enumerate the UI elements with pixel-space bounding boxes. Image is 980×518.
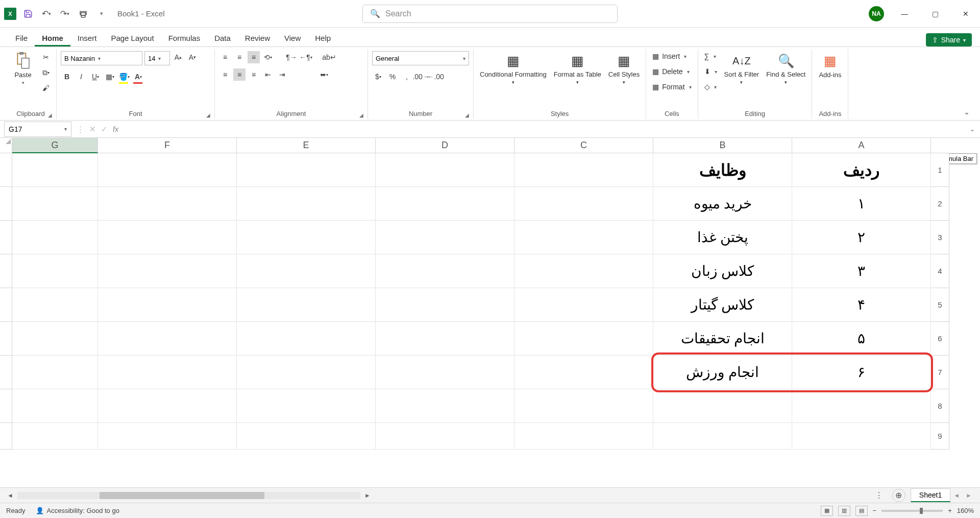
cell-A1[interactable]: ردیف [792,153,931,187]
row-header-8[interactable]: 8 [931,389,949,423]
cell-G5[interactable] [12,288,98,322]
cell-E5[interactable] [237,288,376,322]
share-button[interactable]: ⇪ Share ▾ [926,33,972,46]
tab-insert[interactable]: Insert [70,30,104,46]
comma-icon[interactable]: , [401,70,413,83]
cell-E2[interactable] [237,187,376,221]
redo-icon[interactable]: ↷▾ [59,8,70,19]
cell-A6[interactable]: ۵ [792,322,931,356]
cell-G2[interactable] [12,187,98,221]
column-header-E[interactable]: E [237,138,376,153]
autosum-button[interactable]: ∑▾ [702,51,719,61]
cell-A2[interactable]: ۱ [792,187,931,221]
tab-page-layout[interactable]: Page Layout [104,30,161,46]
cell-C7[interactable] [514,356,653,389]
fill-button[interactable]: ⬇▾ [702,66,719,77]
cell-F4[interactable] [98,254,237,288]
tab-file[interactable]: File [8,30,35,46]
row-header-4[interactable]: 4 [931,254,949,288]
cell-D9[interactable] [376,423,514,450]
delete-cells-button[interactable]: ▦Delete▾ [650,66,693,77]
border-button[interactable]: ▦▾ [104,70,116,83]
cell-B5[interactable]: کلاس گیتار [653,288,792,322]
decrease-decimal-icon[interactable]: ←.00 [429,70,442,83]
clear-button[interactable]: ◇▾ [702,82,719,92]
cell-C2[interactable] [514,187,653,221]
tab-formulas[interactable]: Formulas [161,30,208,46]
merge-center-icon[interactable]: ⬌▾ [318,68,330,81]
cell-D5[interactable] [376,288,514,322]
sheet-nav-next-icon[interactable]: ► [963,492,975,499]
format-as-table-button[interactable]: ▦ Format as Table▾ [552,51,603,86]
cell-G7[interactable] [12,356,98,389]
format-painter-icon[interactable]: 🖌 [40,82,52,94]
rtl-text-icon[interactable]: ¶→ [285,51,298,63]
italic-button[interactable]: I [75,70,87,83]
maximize-icon[interactable]: ▢ [925,6,945,21]
accessibility-status[interactable]: 👤 Accessibility: Good to go [36,507,119,514]
print-icon[interactable] [78,8,89,19]
cell-D2[interactable] [376,187,514,221]
cell-A7[interactable]: ۶ [792,356,931,389]
cell-B8[interactable] [653,389,792,423]
column-header-D[interactable]: D [376,138,514,153]
number-format-combo[interactable]: General▾ [372,51,469,65]
scroll-right-icon[interactable]: ► [362,492,373,499]
cell-G3[interactable] [12,221,98,254]
cell-F9[interactable] [98,423,237,450]
cell-B6[interactable]: انجام تحقیقات [653,322,792,356]
row-header-2[interactable]: 2 [931,187,949,221]
cell-E6[interactable] [237,322,376,356]
cell-F1[interactable] [98,153,237,187]
zoom-slider[interactable] [881,510,943,512]
sort-filter-button[interactable]: A↓Z Sort & Filter▾ [722,51,762,86]
column-header-B[interactable]: B [653,138,792,153]
cell-D8[interactable] [376,389,514,423]
normal-view-icon[interactable]: ▦ [821,506,833,516]
increase-decimal-icon[interactable]: .00→ [415,70,427,83]
close-icon[interactable]: ✕ [955,6,976,21]
cell-B3[interactable]: پختن غذا [653,221,792,254]
paste-button[interactable]: Paste ▾ [9,51,37,86]
fx-icon[interactable]: fx [113,125,118,133]
cell-B7[interactable]: انجام ورزش [653,356,792,389]
cell-F7[interactable] [98,356,237,389]
save-icon[interactable] [22,8,34,19]
cut-icon[interactable]: ✂ [40,51,52,63]
tab-help[interactable]: Help [308,30,338,46]
cell-F5[interactable] [98,288,237,322]
cell-A8[interactable] [792,389,931,423]
cell-B1[interactable]: وظایف [653,153,792,187]
cell-G1[interactable] [12,153,98,187]
column-header-G[interactable]: G [12,138,98,153]
wrap-text-icon[interactable]: ab↵ [323,51,335,63]
sheet-nav-prev-icon[interactable]: ◄ [950,492,963,499]
cell-B2[interactable]: خرید میوه [653,187,792,221]
new-sheet-button[interactable]: ⊕ [892,489,905,502]
cell-F6[interactable] [98,322,237,356]
page-break-view-icon[interactable]: ▤ [855,506,868,516]
cell-B9[interactable] [653,423,792,450]
cell-C5[interactable] [514,288,653,322]
cell-G8[interactable] [12,389,98,423]
zoom-in-icon[interactable]: + [948,507,952,514]
tab-view[interactable]: View [277,30,308,46]
copy-icon[interactable]: ⧉▾ [40,66,52,79]
row-header-6[interactable]: 6 [931,322,949,356]
align-top-icon[interactable]: ≡ [219,51,231,63]
align-middle-icon[interactable]: ≡ [233,51,246,63]
column-header-A[interactable]: A [792,138,931,153]
increase-font-icon[interactable]: A▴ [172,51,184,63]
currency-icon[interactable]: $▾ [372,70,384,83]
row-header-9[interactable]: 9 [931,423,949,450]
cell-C6[interactable] [514,322,653,356]
user-avatar[interactable]: NA [869,6,884,21]
align-left-icon[interactable]: ≡ [219,68,231,81]
sheet-tab-sheet1[interactable]: Sheet1 [911,488,950,502]
undo-icon[interactable]: ↶▾ [41,8,52,19]
row-header-5[interactable]: 5 [931,288,949,322]
cell-D1[interactable] [376,153,514,187]
underline-button[interactable]: U▾ [89,70,102,83]
cell-E1[interactable] [237,153,376,187]
formula-input[interactable] [124,122,965,137]
